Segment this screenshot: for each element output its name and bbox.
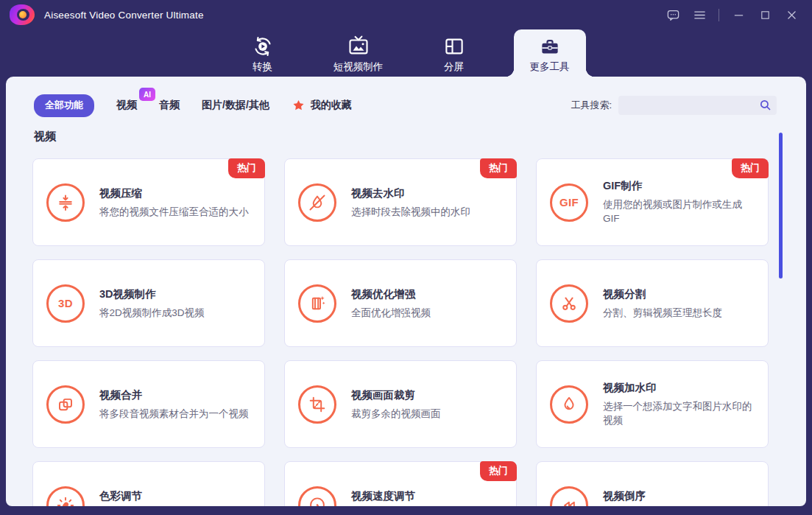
- hot-badge: 热门: [480, 158, 517, 178]
- close-button[interactable]: [784, 7, 799, 22]
- feedback-button[interactable]: [666, 7, 680, 22]
- tool-title: 色彩调节: [99, 489, 142, 503]
- tab-label: 更多工具: [530, 60, 570, 74]
- divider: [719, 9, 719, 21]
- tab-label: 转换: [253, 60, 272, 74]
- hamburger-icon: [693, 8, 707, 22]
- tab-short-video[interactable]: 短视频制作: [311, 29, 406, 77]
- compress-icon: [46, 183, 85, 222]
- app-logo-icon: [9, 4, 37, 26]
- filter-label: 我的收藏: [311, 99, 352, 112]
- tool-card-three-d[interactable]: 3D3D视频制作将2D视频制作成3D视频: [32, 259, 265, 347]
- convert-icon: [252, 35, 274, 58]
- speech-bubble-icon: [666, 8, 680, 22]
- tool-card-merge[interactable]: 视频合并将多段音视频素材合并为一个视频: [32, 360, 265, 448]
- gif-icon: GIF: [550, 183, 588, 222]
- search-icon[interactable]: [759, 99, 772, 111]
- tool-text: 视频加水印选择一个想添加文字和图片水印的视频: [603, 381, 758, 427]
- tool-text: 视频分割分割、剪辑视频至理想长度: [603, 287, 722, 320]
- tool-title: 3D视频制作: [99, 287, 205, 301]
- tool-card-color[interactable]: 色彩调节: [32, 461, 265, 506]
- tool-grid: 热门视频压缩将您的视频文件压缩至合适的大小热门视频去水印选择时段去除视频中的水印…: [32, 158, 769, 506]
- tool-card-reverse[interactable]: 视频倒序: [536, 461, 769, 506]
- enhance-icon: [298, 284, 336, 323]
- filter-favorites[interactable]: 我的收藏: [292, 99, 352, 112]
- search-label: 工具搜索:: [571, 99, 612, 112]
- tool-title: 视频压缩: [99, 186, 249, 200]
- tool-text: 视频去水印选择时段去除视频中的水印: [351, 186, 470, 219]
- window-controls: [666, 7, 812, 22]
- section-title-video: 视频: [34, 130, 56, 144]
- watermark-remove-icon: [298, 183, 336, 222]
- tool-card-gif[interactable]: 热门GIFGIF制作使用您的视频或图片制作或生成GIF: [536, 158, 769, 246]
- filter-image-data-other[interactable]: 图片/数据/其他: [202, 99, 269, 112]
- tool-title: 视频优化增强: [351, 287, 431, 301]
- tool-text: 视频压缩将您的视频文件压缩至合适的大小: [99, 186, 249, 219]
- tool-title: 视频加水印: [603, 381, 758, 395]
- tool-card-split[interactable]: 视频分割分割、剪辑视频至理想长度: [536, 259, 769, 347]
- tool-card-crop[interactable]: 视频画面裁剪裁剪多余的视频画面: [284, 360, 517, 448]
- content-panel: 全部功能 视频 AI 音频 图片/数据/其他 我的收藏 工具搜索: 视频 热门视: [6, 77, 806, 506]
- reverse-icon: [550, 486, 588, 507]
- tool-text: 视频合并将多段音视频素材合并为一个视频: [99, 388, 249, 421]
- tab-more-tools[interactable]: 更多工具: [502, 29, 598, 77]
- tool-text: 视频画面裁剪裁剪多余的视频画面: [351, 388, 441, 421]
- menu-button[interactable]: [692, 7, 707, 22]
- minimize-icon: [732, 9, 745, 21]
- tool-title: 视频倒序: [603, 489, 646, 503]
- watermark-add-icon: [550, 385, 588, 424]
- search-input[interactable]: [618, 96, 777, 115]
- tool-card-watermark-remove[interactable]: 热门视频去水印选择时段去除视频中的水印: [284, 158, 517, 246]
- star-icon: [292, 99, 306, 112]
- tool-title: 视频合并: [99, 388, 249, 402]
- maximize-icon: [760, 10, 771, 21]
- hot-badge: 热门: [732, 158, 769, 178]
- app-title: Aiseesoft Video Converter Ultimate: [44, 10, 204, 21]
- scrollbar-thumb[interactable]: [779, 133, 783, 278]
- close-icon: [785, 9, 798, 21]
- short-video-icon: [347, 35, 370, 58]
- filter-audio[interactable]: 音频: [159, 99, 180, 112]
- tool-desc: 将2D视频制作成3D视频: [99, 306, 205, 320]
- tool-title: 视频去水印: [351, 186, 470, 200]
- tool-text: 视频倒序: [603, 489, 646, 507]
- tool-text: 视频优化增强全面优化增强视频: [351, 287, 431, 320]
- tool-desc: 选择一个想添加文字和图片水印的视频: [603, 399, 758, 427]
- ai-badge: AI: [139, 88, 155, 101]
- minimize-button[interactable]: [731, 7, 746, 22]
- tool-card-speed[interactable]: 热门视频速度调节: [284, 461, 517, 506]
- speed-icon: [298, 486, 336, 507]
- color-icon: [46, 486, 85, 507]
- tool-text: GIF制作使用您的视频或图片制作或生成GIF: [603, 179, 758, 225]
- tab-split-screen[interactable]: 分屏: [406, 29, 502, 77]
- tool-desc: 将您的视频文件压缩至合适的大小: [99, 205, 249, 219]
- tab-convert[interactable]: 转换: [215, 29, 311, 77]
- toolbox-icon: [539, 35, 561, 58]
- tab-label: 短视频制作: [333, 60, 384, 74]
- tool-text: 色彩调节: [99, 489, 142, 507]
- tool-card-enhance[interactable]: 视频优化增强全面优化增强视频: [284, 259, 517, 347]
- nav-bar: 转换 短视频制作 分屏: [0, 29, 812, 77]
- tool-card-compress[interactable]: 热门视频压缩将您的视频文件压缩至合适的大小: [32, 158, 265, 246]
- filter-video[interactable]: 视频 AI: [116, 99, 137, 112]
- icon-text: 3D: [58, 297, 73, 309]
- tool-title: 视频画面裁剪: [351, 388, 441, 402]
- tool-title: 视频分割: [603, 287, 722, 301]
- tool-desc: 全面优化增强视频: [351, 306, 431, 320]
- three-d-icon: 3D: [46, 284, 85, 323]
- maximize-button[interactable]: [758, 7, 772, 22]
- filter-bar: 全部功能 视频 AI 音频 图片/数据/其他 我的收藏 工具搜索:: [34, 94, 777, 116]
- title-bar: Aiseesoft Video Converter Ultimate: [0, 0, 812, 29]
- tool-text: 3D视频制作将2D视频制作成3D视频: [99, 287, 205, 320]
- tool-desc: 裁剪多余的视频画面: [351, 407, 441, 421]
- tool-desc: 选择时段去除视频中的水印: [351, 205, 470, 219]
- tool-desc: 分割、剪辑视频至理想长度: [603, 306, 722, 320]
- tool-card-watermark-add[interactable]: 视频加水印选择一个想添加文字和图片水印的视频: [536, 360, 769, 448]
- filter-all-functions[interactable]: 全部功能: [34, 94, 94, 117]
- split-screen-icon: [443, 35, 465, 58]
- crop-icon: [298, 385, 336, 424]
- merge-icon: [46, 385, 85, 424]
- tool-desc: 将多段音视频素材合并为一个视频: [99, 407, 249, 421]
- tool-text: 视频速度调节: [351, 489, 415, 507]
- search-area: 工具搜索:: [571, 96, 777, 115]
